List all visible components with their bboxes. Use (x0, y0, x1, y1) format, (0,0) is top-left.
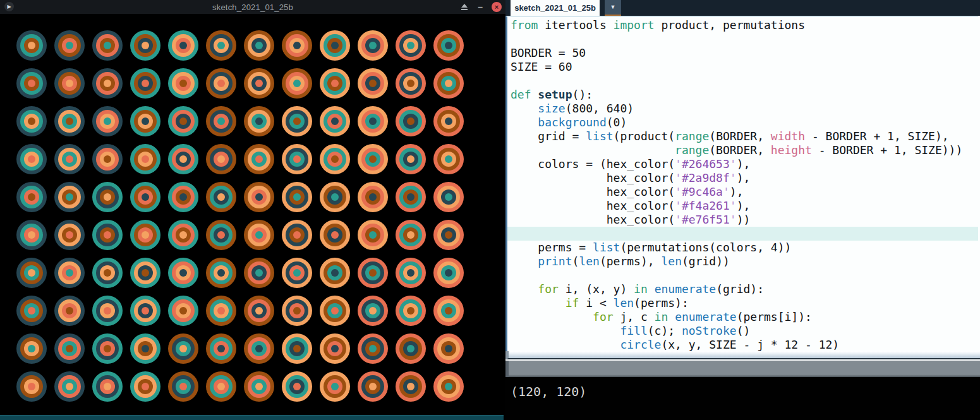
code-line[interactable]: range(BORDER, height - BORDER + 1, SIZE)… (507, 143, 978, 157)
desktop: ▶ sketch_2021_01_25b – × sketch_2021_01_… (0, 0, 980, 420)
code-line[interactable]: def setup(): (507, 88, 978, 102)
window-controls: – × (461, 0, 502, 14)
sketch-canvas (0, 14, 505, 418)
code-line[interactable]: for i, (x, y) in enumerate(grid): (507, 282, 978, 296)
code-line[interactable]: background(0) (507, 116, 978, 129)
code-line[interactable]: hex_color('#2a9d8f'), (507, 171, 978, 185)
tab-sketch[interactable]: sketch_2021_01_25b (511, 0, 600, 16)
editor-tabbar: sketch_2021_01_25b ▼ (505, 0, 980, 16)
console-text: (120, 120) (511, 384, 586, 399)
shade-button[interactable] (461, 3, 469, 11)
code-line[interactable]: size(800, 640) (507, 102, 978, 116)
close-button[interactable]: × (492, 2, 502, 12)
code-line[interactable] (507, 74, 978, 88)
code-line[interactable]: for j, c in enumerate(perms[i]): (507, 310, 978, 324)
code-line[interactable]: fill(c); noStroke() (507, 324, 978, 338)
pane-divider-sash[interactable] (505, 361, 980, 377)
code-line[interactable]: grid = list(product(range(BORDER, width … (507, 129, 978, 143)
code-line[interactable]: perms = list(permutations(colors, 4)) (507, 241, 978, 255)
code-line[interactable] (507, 227, 978, 241)
code-line[interactable]: SIZE = 60 (507, 60, 978, 74)
code-line[interactable]: from itertools import product, permutati… (507, 18, 978, 32)
code-line[interactable]: print(len(perms), len(grid)) (507, 255, 978, 268)
horizontal-scrollbar[interactable] (505, 351, 980, 359)
code-line[interactable] (507, 268, 978, 282)
code-line[interactable]: BORDER = 50 (507, 46, 978, 60)
code-area[interactable]: from itertools import product, permutati… (505, 16, 978, 351)
code-line[interactable]: hex_color('#f4a261'), (507, 199, 978, 213)
sketch-window-titlebar[interactable]: ▶ sketch_2021_01_25b – × (0, 0, 505, 14)
code-line[interactable]: hex_color('#e76f51')) (507, 213, 978, 227)
chevron-down-icon: ▼ (610, 4, 616, 10)
code-line[interactable]: hex_color('#9c46a'), (507, 185, 978, 199)
console-output[interactable]: (120, 120) (505, 377, 980, 420)
code-line[interactable]: colors = (hex_color('#264653'), (507, 157, 978, 171)
window-title: sketch_2021_01_25b (0, 3, 505, 12)
minimize-button[interactable]: – (478, 0, 483, 14)
code-line[interactable] (507, 32, 978, 46)
window-bottom-edge (0, 415, 504, 420)
code-line[interactable]: circle(x, y, SIZE - j * 12 - 12) (507, 338, 978, 351)
editor-window: sketch_2021_01_25b ▼ from itertools impo… (505, 0, 980, 420)
sketch-window: ▶ sketch_2021_01_25b – × (0, 0, 505, 420)
tab-dropdown-button[interactable]: ▼ (605, 0, 621, 16)
code-line[interactable]: if i < len(perms): (507, 296, 978, 310)
eject-icon (461, 4, 468, 8)
